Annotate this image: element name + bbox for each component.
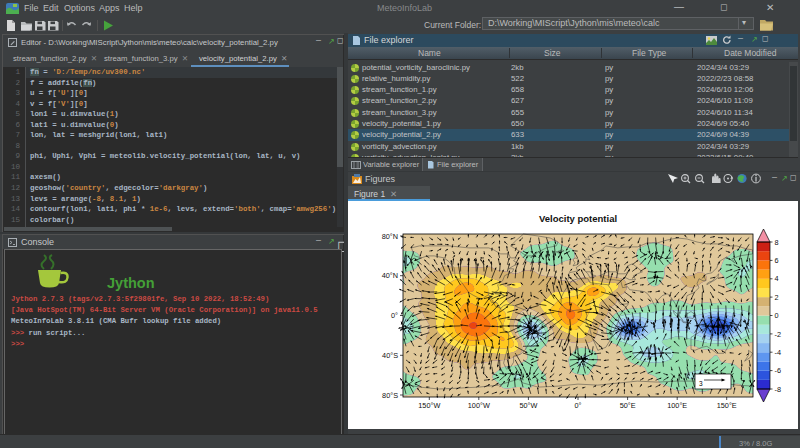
svg-text:80°N: 80°N xyxy=(382,232,398,241)
svg-text:0°: 0° xyxy=(391,311,398,320)
svg-text:50°E: 50°E xyxy=(620,401,636,410)
svg-text:40°S: 40°S xyxy=(382,351,398,360)
svg-text:0°: 0° xyxy=(575,401,582,410)
svg-text:150°E: 150°E xyxy=(717,401,737,410)
svg-text:-6: -6 xyxy=(775,366,782,375)
svg-text:-2: -2 xyxy=(775,330,782,339)
svg-text:4: 4 xyxy=(775,274,779,283)
svg-text:40°N: 40°N xyxy=(382,271,398,280)
svg-text:Velocity potential: Velocity potential xyxy=(539,213,617,224)
svg-text:-4: -4 xyxy=(775,348,782,357)
svg-text:2: 2 xyxy=(775,293,779,302)
svg-text:3: 3 xyxy=(699,380,703,387)
svg-text:-8: -8 xyxy=(775,385,782,394)
svg-text:100°E: 100°E xyxy=(667,401,687,410)
svg-text:80°S: 80°S xyxy=(382,391,398,400)
svg-text:8: 8 xyxy=(775,238,779,247)
svg-text:Jython: Jython xyxy=(107,275,155,291)
svg-text:100°W: 100°W xyxy=(468,401,490,410)
svg-text:150°W: 150°W xyxy=(418,401,440,410)
svg-text:6: 6 xyxy=(775,256,779,265)
svg-text:50°W: 50°W xyxy=(519,401,537,410)
svg-text:0: 0 xyxy=(775,311,779,320)
